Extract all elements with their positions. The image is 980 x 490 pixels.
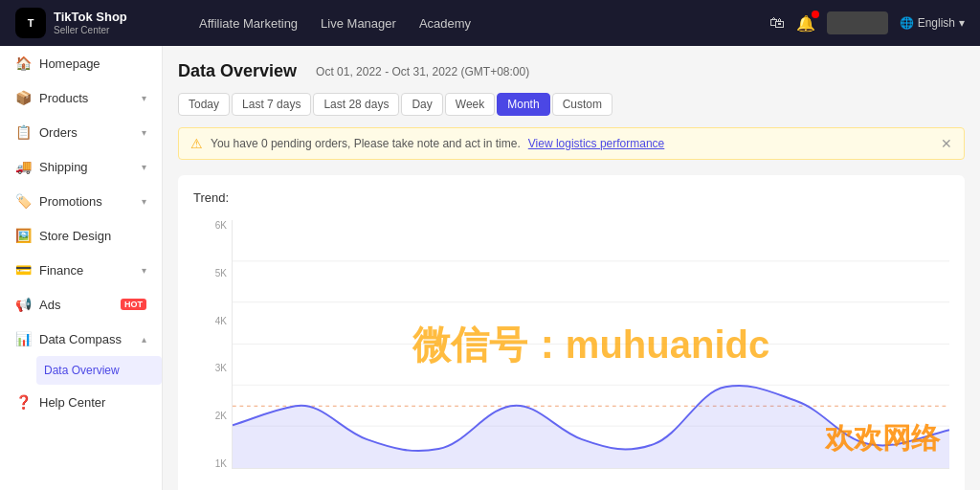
hot-badge: HOT <box>121 299 146 310</box>
sidebar-item-finance[interactable]: 💳 Finance ▾ <box>0 253 162 287</box>
time-btn-last28[interactable]: Last 28 days <box>313 93 399 116</box>
y-label-2k: 2K <box>193 411 227 421</box>
alert-close-btn[interactable]: ✕ <box>941 136 952 151</box>
chart-wrapper: 1K 2K 3K 4K 5K 6K 微信号：muhuanidc 欢欢网络 <box>193 220 949 488</box>
time-btn-day[interactable]: Day <box>401 93 442 116</box>
svg-text:T: T <box>28 17 34 29</box>
logo-area: T TikTok Shop Seller Center <box>15 8 168 38</box>
date-range: Oct 01, 2022 - Oct 31, 2022 (GMT+08:00) <box>316 65 529 78</box>
notification-icon-btn[interactable]: 🔔 <box>796 14 815 33</box>
sidebar-item-help-center[interactable]: ❓ Help Center <box>0 385 162 419</box>
alert-text: You have 0 pending orders, Please take n… <box>211 137 521 150</box>
language-selector[interactable]: 🌐 English ▾ <box>900 16 965 30</box>
nav-right: 🛍 🔔 🌐 English ▾ <box>769 11 965 34</box>
home-icon: 🏠 <box>15 56 32 71</box>
main-content: Data Overview Oct 01, 2022 - Oct 31, 202… <box>163 46 980 490</box>
top-nav: T TikTok Shop Seller Center Affiliate Ma… <box>0 0 980 46</box>
y-label-6k: 6K <box>193 220 227 231</box>
sidebar-item-shipping[interactable]: 🚚 Shipping ▾ <box>0 149 162 184</box>
chevron-down-icon: ▾ <box>959 16 965 30</box>
nav-links: Affiliate Marketing Live Manager Academy <box>199 12 769 34</box>
overview-header: Data Overview Oct 01, 2022 - Oct 31, 202… <box>178 61 965 116</box>
sidebar-label-ads: Ads <box>39 298 113 312</box>
finance-icon: 💳 <box>15 262 32 278</box>
sidebar-label-homepage: Homepage <box>39 56 146 71</box>
chevron-down-icon: ▾ <box>142 162 146 172</box>
shop-icon-btn[interactable]: 🛍 <box>769 14 785 32</box>
sidebar-sub-item-data-overview[interactable]: Data Overview <box>36 356 162 385</box>
sidebar-label-products: Products <box>39 91 134 105</box>
shipping-icon: 🚚 <box>15 159 32 174</box>
chevron-down-icon: ▾ <box>142 127 146 138</box>
chart-container: Trend: 1K 2K 3K 4K 5K 6K 微信号：muhuanidc <box>178 175 965 490</box>
sidebar-label-store-design: Store Design <box>39 229 146 243</box>
nav-live-manager[interactable]: Live Manager <box>321 12 396 34</box>
orders-icon: 📋 <box>15 124 32 140</box>
notification-badge <box>812 11 819 18</box>
y-label-4k: 4K <box>193 316 227 326</box>
chevron-down-icon: ▾ <box>142 265 146 276</box>
alert-link[interactable]: View logistics performance <box>528 137 665 150</box>
sidebar-label-shipping: Shipping <box>39 160 134 174</box>
sub-label-data-overview: Data Overview <box>44 364 120 377</box>
tiktok-logo-icon: T <box>15 8 46 38</box>
y-axis: 1K 2K 3K 4K 5K 6K <box>193 220 227 469</box>
alert-icon: ⚠ <box>190 136 203 151</box>
y-label-5k: 5K <box>193 268 227 278</box>
sidebar-item-ads[interactable]: 📢 Ads HOT <box>0 287 162 322</box>
sidebar-label-finance: Finance <box>39 263 134 278</box>
chevron-up-icon: ▴ <box>142 334 146 345</box>
sidebar-item-store-design[interactable]: 🖼️ Store Design <box>0 218 162 253</box>
lang-icon: 🌐 <box>900 16 914 30</box>
y-label-1k: 1K <box>193 458 227 469</box>
nav-affiliate-marketing[interactable]: Affiliate Marketing <box>199 12 298 34</box>
help-center-icon: ❓ <box>15 394 32 410</box>
chevron-down-icon: ▾ <box>142 93 146 103</box>
data-compass-icon: 📊 <box>15 331 32 346</box>
chart-plot: 微信号：muhuanidc 欢欢网络 <box>232 220 949 469</box>
promotions-icon: 🏷️ <box>15 193 32 209</box>
time-btn-month[interactable]: Month <box>497 93 549 116</box>
time-btn-custom[interactable]: Custom <box>552 93 612 116</box>
products-icon: 📦 <box>15 90 32 105</box>
store-design-icon: 🖼️ <box>15 228 32 243</box>
ads-icon: 📢 <box>15 297 32 312</box>
layout: 🏠 Homepage 📦 Products ▾ 📋 Orders ▾ 🚚 Shi… <box>0 46 980 490</box>
sidebar-item-promotions[interactable]: 🏷️ Promotions ▾ <box>0 184 162 218</box>
logo-sub: Seller Center <box>54 25 127 36</box>
nav-academy[interactable]: Academy <box>419 12 471 34</box>
time-btn-today[interactable]: Today <box>178 93 230 116</box>
chart-title: Trend: <box>193 190 949 205</box>
sidebar-label-orders: Orders <box>39 125 134 140</box>
logo-title: TikTok Shop <box>54 10 127 25</box>
sidebar: 🏠 Homepage 📦 Products ▾ 📋 Orders ▾ 🚚 Shi… <box>0 46 163 490</box>
time-btn-week[interactable]: Week <box>445 93 495 116</box>
trend-chart-svg <box>233 220 949 468</box>
sidebar-item-homepage[interactable]: 🏠 Homepage <box>0 46 162 80</box>
sidebar-item-products[interactable]: 📦 Products ▾ <box>0 80 162 115</box>
avatar-placeholder[interactable] <box>827 11 888 34</box>
page-title: Data Overview <box>178 61 297 81</box>
sidebar-label-data-compass: Data Compass <box>39 332 134 346</box>
time-btn-last7[interactable]: Last 7 days <box>232 93 311 116</box>
sidebar-label-help-center: Help Center <box>39 395 146 410</box>
y-label-3k: 3K <box>193 363 227 373</box>
lang-label: English <box>918 16 955 30</box>
sidebar-item-orders[interactable]: 📋 Orders ▾ <box>0 115 162 149</box>
time-btns: Today Last 7 days Last 28 days Day Week … <box>178 93 612 116</box>
logo-text: TikTok Shop Seller Center <box>54 10 127 36</box>
sidebar-label-promotions: Promotions <box>39 194 134 209</box>
chevron-down-icon: ▾ <box>142 196 146 207</box>
alert-bar: ⚠ You have 0 pending orders, Please take… <box>178 127 965 160</box>
sidebar-item-data-compass[interactable]: 📊 Data Compass ▴ <box>0 322 162 356</box>
sidebar-sub-data-compass: Data Overview <box>0 356 162 385</box>
